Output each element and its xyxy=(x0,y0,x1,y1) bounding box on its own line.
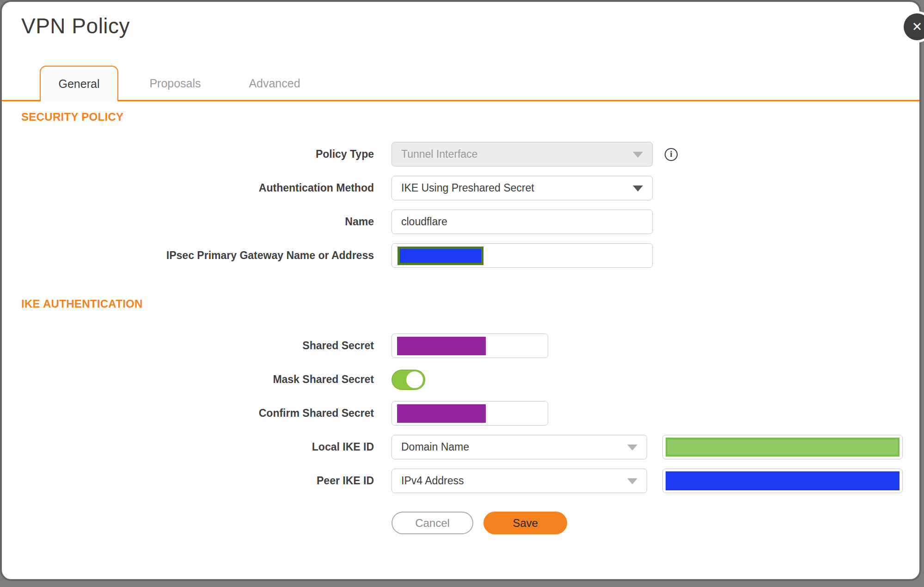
field-row-mask-shared-secret: Mask Shared Secret xyxy=(2,367,919,392)
chevron-down-icon xyxy=(633,152,643,158)
policy-type-select: Tunnel Interface xyxy=(392,142,653,167)
peer-ike-id-label: Peer IKE ID xyxy=(2,475,374,487)
close-icon: ✕ xyxy=(904,13,924,40)
authentication-method-label: Authentication Method xyxy=(2,182,374,194)
local-ike-id-value-input[interactable] xyxy=(662,435,903,459)
name-input[interactable]: cloudflare xyxy=(392,210,653,234)
field-row-local-ike-id: Local IKE ID Domain Name xyxy=(2,435,919,459)
redaction-block xyxy=(397,337,486,355)
ipsec-primary-gateway-label: IPsec Primary Gateway Name or Address xyxy=(2,249,374,262)
shared-secret-input[interactable] xyxy=(392,334,548,358)
confirm-shared-secret-label: Confirm Shared Secret xyxy=(2,407,374,420)
tab-general[interactable]: General xyxy=(40,66,118,101)
redaction-block xyxy=(398,247,483,265)
info-icon-glyph: i xyxy=(670,149,672,159)
security-policy-form: Policy Type Tunnel Interface i Authentic… xyxy=(2,142,919,268)
tab-general-label: General xyxy=(59,77,100,91)
local-ike-id-label: Local IKE ID xyxy=(2,441,374,453)
mask-shared-secret-toggle[interactable] xyxy=(392,370,425,390)
peer-ike-id-type-select[interactable]: IPv4 Address xyxy=(392,469,647,493)
tab-proposals[interactable]: Proposals xyxy=(136,66,214,101)
name-label: Name xyxy=(2,216,374,228)
mask-shared-secret-label: Mask Shared Secret xyxy=(2,373,374,386)
tab-proposals-label: Proposals xyxy=(149,77,201,90)
chevron-down-icon xyxy=(627,478,637,484)
authentication-method-value: IKE Using Preshared Secret xyxy=(392,182,534,194)
redaction-block xyxy=(666,471,900,490)
cancel-button[interactable]: Cancel xyxy=(392,512,473,534)
redaction-block xyxy=(666,438,900,457)
ike-authentication-form: Shared Secret Mask Shared Secret Confirm… xyxy=(2,334,919,534)
local-ike-id-type-select[interactable]: Domain Name xyxy=(392,435,647,459)
chevron-down-icon xyxy=(627,445,637,451)
toggle-knob xyxy=(406,371,423,388)
section-heading-security-policy: SECURITY POLICY xyxy=(21,111,919,124)
section-heading-ike-authentication: IKE AUTHENTICATION xyxy=(21,297,919,310)
peer-ike-id-type-value: IPv4 Address xyxy=(392,475,464,487)
vpn-policy-dialog: VPN Policy General Proposals Advanced SE… xyxy=(0,0,921,581)
peer-ike-id-value-input[interactable] xyxy=(662,469,903,493)
authentication-method-select[interactable]: IKE Using Preshared Secret xyxy=(392,176,653,200)
field-row-authentication-method: Authentication Method IKE Using Preshare… xyxy=(2,176,919,200)
field-row-ipsec-primary-gateway: IPsec Primary Gateway Name or Address xyxy=(2,243,919,268)
field-row-policy-type: Policy Type Tunnel Interface i xyxy=(2,142,919,167)
redaction-block xyxy=(397,404,486,423)
info-icon[interactable]: i xyxy=(665,148,678,161)
name-value: cloudflare xyxy=(392,216,447,228)
field-row-shared-secret: Shared Secret xyxy=(2,334,919,358)
action-buttons: Cancel Save xyxy=(392,512,919,534)
ipsec-primary-gateway-input[interactable] xyxy=(392,243,653,268)
page-title: VPN Policy xyxy=(21,14,919,38)
local-ike-id-type-value: Domain Name xyxy=(392,441,469,453)
tab-underline xyxy=(2,100,919,101)
policy-type-label: Policy Type xyxy=(2,148,374,161)
policy-type-value: Tunnel Interface xyxy=(392,148,477,161)
save-button[interactable]: Save xyxy=(483,512,567,534)
confirm-shared-secret-input[interactable] xyxy=(392,401,548,426)
shared-secret-label: Shared Secret xyxy=(2,340,374,352)
tab-advanced-label: Advanced xyxy=(249,77,300,90)
field-row-peer-ike-id: Peer IKE ID IPv4 Address xyxy=(2,469,919,493)
field-row-confirm-shared-secret: Confirm Shared Secret xyxy=(2,401,919,426)
field-row-name: Name cloudflare xyxy=(2,210,919,234)
tab-bar: General Proposals Advanced xyxy=(2,66,919,101)
chevron-down-icon xyxy=(633,185,643,192)
tab-advanced[interactable]: Advanced xyxy=(235,66,314,101)
